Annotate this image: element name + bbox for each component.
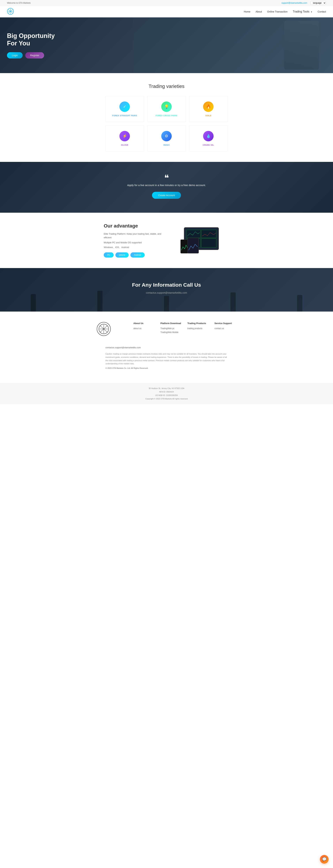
footer-nfa: NFA ID: 0583424: [7, 390, 326, 394]
trading-card-forex-straight[interactable]: ✓ FOREX STRAIGHT PAIRS: [106, 96, 144, 122]
footer-copyright2: Copyright © 2023 OTA Markets All rights …: [7, 397, 326, 401]
footer-msb: US MSB ID: 31000280256: [7, 394, 326, 397]
forex-cross-label: FOREX CROSS PAIRS: [156, 115, 177, 117]
silver-label: SILVER: [121, 144, 128, 146]
trading-card-index[interactable]: ⚙ INDEX: [147, 125, 186, 151]
trading-card-gold[interactable]: 🔥 GOLD: [189, 96, 227, 122]
nav-trading-tools[interactable]: Trading Tools ▼: [293, 10, 312, 13]
advantage-image: [170, 227, 229, 253]
advantage-content: Our advantage Elite Trading Platform: Ke…: [104, 223, 163, 257]
silver-icon: ⚡: [119, 131, 130, 141]
footer-bottom: 30 Hudson St, Jersey City, NJ 07302 USA …: [0, 383, 333, 404]
footer-logo-col: [97, 322, 128, 336]
forex-straight-label: FOREX STRAIGHT PAIRS: [112, 115, 137, 117]
register-button[interactable]: Register: [25, 52, 44, 59]
trading-card-forex-cross[interactable]: 💡 FOREX CROSS PAIRS: [147, 96, 186, 122]
nav-online-transaction[interactable]: Online Transaction: [267, 10, 287, 13]
svg-rect-3: [201, 230, 216, 238]
footer-about-col: About Us about us: [133, 322, 155, 336]
people-silhouettes: [0, 291, 333, 312]
footer-platform-web-mobile[interactable]: TradingWeb Mobile: [160, 331, 182, 334]
footer-support-link[interactable]: contact us: [215, 327, 236, 330]
advantage-desc1: Elite Trading Platform: Keep your tradin…: [104, 232, 163, 240]
login-button[interactable]: Login: [7, 52, 23, 59]
top-bar: Welcome to OTA Markets support@otamarket…: [0, 0, 333, 6]
person-silhouette: [297, 295, 302, 312]
footer-logo: [97, 322, 111, 336]
language-selector[interactable]: language English 中文: [311, 1, 326, 5]
nav-about[interactable]: About: [256, 10, 262, 13]
platform-iphone-button[interactable]: Iphone: [115, 252, 129, 257]
footer-trading-col: Trading Products trading products: [188, 322, 209, 336]
trading-card-silver[interactable]: ⚡ SILVER: [106, 125, 144, 151]
platform-android-button[interactable]: Android: [131, 252, 144, 257]
person-silhouette: [31, 294, 36, 312]
logo: [7, 8, 14, 16]
svg-rect-7: [188, 238, 198, 253]
footer-platform-web-pc[interactable]: TradingWeb pc: [160, 327, 182, 330]
forex-cross-icon: 💡: [161, 101, 172, 112]
hero-title: Big Opportunity For You: [7, 32, 55, 47]
advantage-section: Our advantage Elite Trading Platform: Ke…: [97, 213, 236, 268]
footer-grid: About Us about us Platform Download Trad…: [97, 322, 236, 336]
footer-contact-email: contactus.support@otamarketittu.com: [106, 346, 227, 349]
callus-title: For Any Information Call Us: [7, 282, 326, 288]
hero-image: [284, 21, 319, 70]
cta-text: Apply for a live account in a few minute…: [7, 184, 326, 187]
footer-section: About Us about us Platform Download Trad…: [0, 312, 333, 383]
support-email: support@otamarketittu.com: [281, 2, 307, 4]
footer-about-title: About Us: [133, 322, 155, 324]
tablet-mockup: [188, 238, 199, 253]
navigation: Home About Online Transaction Trading To…: [0, 6, 333, 18]
hero-section: Big Opportunity For You Login Register: [0, 18, 333, 73]
gold-label: GOLD: [205, 115, 211, 117]
footer-address: 30 Hudson St, Jersey City, NJ 07302 USA: [7, 387, 326, 390]
nav-links: Home About Online Transaction Trading To…: [244, 10, 326, 13]
trading-screen-mockup: [181, 227, 219, 253]
create-account-button[interactable]: Create Account: [152, 192, 181, 199]
index-icon: ⚙: [161, 131, 172, 141]
trading-grid: ✓ FOREX STRAIGHT PAIRS 💡 FOREX CROSS PAI…: [106, 96, 227, 151]
trading-varieties-section: Trading varieties ✓ FOREX STRAIGHT PAIRS…: [0, 73, 333, 162]
dropdown-arrow-icon: ▼: [311, 11, 312, 13]
cta-banner-section: ❝ Apply for a live account in a few minu…: [0, 162, 333, 213]
index-label: INDEX: [163, 144, 170, 146]
welcome-text: Welcome to OTA Markets: [7, 2, 31, 4]
crude-oil-label: CRUDE OIL: [203, 144, 214, 146]
gold-icon: 🔥: [203, 101, 214, 112]
footer-about-link[interactable]: about us: [133, 327, 155, 330]
nav-home[interactable]: Home: [244, 10, 250, 13]
crude-oil-icon: 💧: [203, 131, 214, 141]
quote-marks-icon: ❝: [7, 176, 326, 180]
platform-buttons: PC Iphone Android: [104, 252, 163, 257]
advantage-os: Windows、iOS、Android: [104, 246, 163, 249]
advantage-desc2: Multiple PC and Mobile OS supported: [104, 241, 163, 245]
platform-pc-button[interactable]: PC: [104, 252, 114, 257]
person-silhouette: [164, 296, 169, 312]
footer-platform-col: Platform Download TradingWeb pc TradingW…: [160, 322, 182, 336]
trading-section-title: Trading varieties: [7, 84, 326, 89]
footer-disclaimer: Caution: trading on margin precious meta…: [106, 352, 227, 365]
person-silhouette: [230, 292, 236, 312]
svg-rect-5: [201, 239, 216, 247]
advantage-title: Our advantage: [104, 223, 163, 229]
nav-contact[interactable]: Contact: [318, 10, 326, 13]
callus-section: For Any Information Call Us contactus.su…: [0, 268, 333, 312]
trading-card-crude-oil[interactable]: 💧 CRUDE OIL: [189, 125, 227, 151]
forex-straight-icon: ✓: [119, 101, 130, 112]
footer-support-title: Service Support: [215, 322, 236, 324]
hero-content: Big Opportunity For You Login Register: [7, 32, 55, 59]
footer-trading-title: Trading Products: [188, 322, 209, 324]
footer-copyright: © 2023 OTA Markets Co. Ltd. All Rights R…: [106, 367, 227, 369]
person-silhouette: [97, 291, 103, 312]
footer-trading-link[interactable]: trading products: [188, 327, 209, 330]
footer-platform-title: Platform Download: [160, 322, 182, 324]
phone-mockup: [181, 240, 188, 253]
footer-support-col: Service Support contact us: [215, 322, 236, 336]
